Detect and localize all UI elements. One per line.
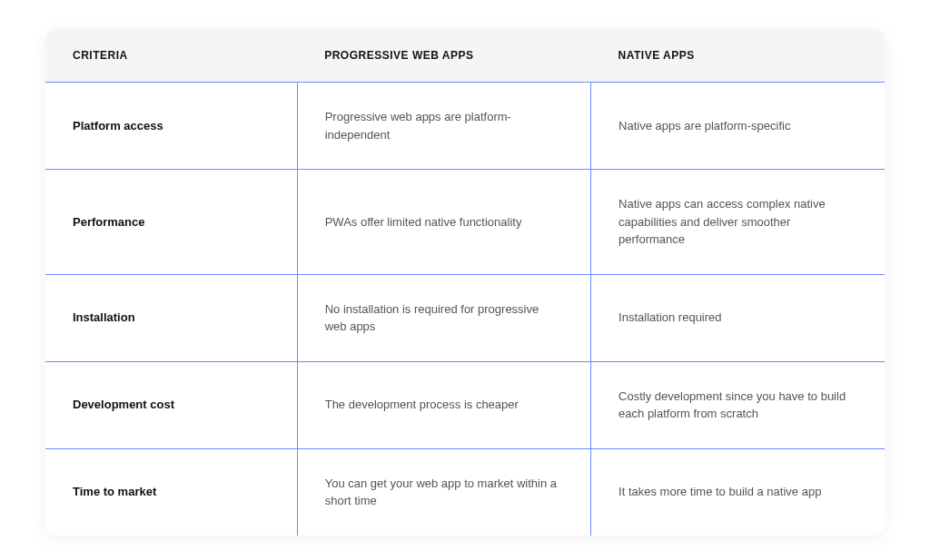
pwa-cell: You can get your web app to market withi… bbox=[297, 448, 590, 535]
criteria-cell: Time to market bbox=[45, 448, 297, 535]
table-row: Time to market You can get your web app … bbox=[45, 448, 885, 535]
pwa-cell: PWAs offer limited native functionality bbox=[297, 170, 590, 275]
pwa-cell: The development process is cheaper bbox=[297, 361, 590, 448]
criteria-cell: Platform access bbox=[45, 83, 297, 170]
native-cell: Installation required bbox=[591, 274, 885, 361]
table-row: Installation No installation is required… bbox=[45, 274, 885, 361]
pwa-cell: No installation is required for progress… bbox=[297, 274, 590, 361]
native-cell: Costly development since you have to bui… bbox=[591, 361, 885, 448]
table-row: Performance PWAs offer limited native fu… bbox=[45, 170, 885, 275]
table-row: Platform access Progressive web apps are… bbox=[45, 83, 885, 170]
native-cell: It takes more time to build a native app bbox=[591, 448, 885, 535]
header-native: NATIVE APPS bbox=[591, 29, 885, 83]
table-header: CRITERIA PROGRESSIVE WEB APPS NATIVE APP… bbox=[45, 29, 885, 83]
criteria-cell: Development cost bbox=[45, 361, 297, 448]
pwa-cell: Progressive web apps are platform-indepe… bbox=[297, 83, 590, 170]
native-cell: Native apps can access complex native ca… bbox=[591, 170, 885, 275]
criteria-cell: Installation bbox=[45, 274, 297, 361]
comparison-table-container: CRITERIA PROGRESSIVE WEB APPS NATIVE APP… bbox=[45, 29, 885, 535]
header-criteria: CRITERIA bbox=[45, 29, 297, 83]
criteria-cell: Performance bbox=[45, 170, 297, 275]
comparison-table: CRITERIA PROGRESSIVE WEB APPS NATIVE APP… bbox=[45, 29, 885, 535]
table-row: Development cost The development process… bbox=[45, 361, 885, 448]
table-body: Platform access Progressive web apps are… bbox=[45, 83, 885, 535]
native-cell: Native apps are platform-specific bbox=[591, 83, 885, 170]
header-pwa: PROGRESSIVE WEB APPS bbox=[297, 29, 590, 83]
header-row: CRITERIA PROGRESSIVE WEB APPS NATIVE APP… bbox=[45, 29, 885, 83]
